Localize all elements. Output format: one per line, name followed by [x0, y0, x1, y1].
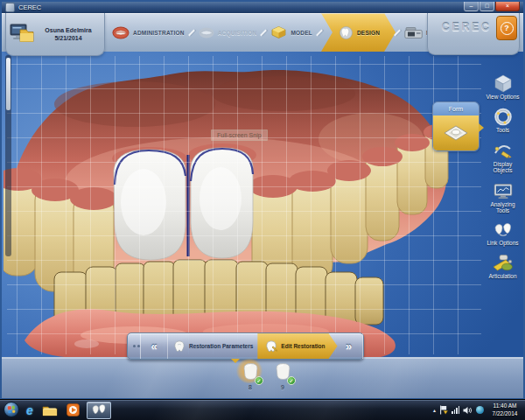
analyzing-tools-monitor-icon [493, 182, 514, 200]
sidebar-item-label: Display Objects [483, 161, 522, 174]
tab-label: DESIGN [357, 30, 380, 36]
view-options-cube-icon [493, 74, 514, 93]
cerec-brand-logo: CEREC [442, 21, 492, 33]
tab-design[interactable]: DESIGN [321, 13, 396, 52]
desktop: CEREC – □ × Osuna Edelmira 5/21/2014 [0, 0, 525, 420]
check-badge-icon: ✓ [255, 376, 263, 385]
close-button[interactable]: × [495, 2, 520, 11]
articulation-articulator-icon [492, 254, 514, 272]
wizard-bar: « Restoration Parameters Edit Restoratio… [127, 332, 364, 360]
step-restoration-parameters[interactable]: Restoration Parameters [168, 333, 257, 359]
title-bar[interactable]: CEREC – □ × [2, 2, 523, 13]
form-diamond-icon [444, 125, 468, 141]
tab-label: ADMINISTRATION [133, 30, 185, 36]
design-canvas[interactable]: Full-screen Snip Form [2, 52, 523, 398]
tray-expand-icon[interactable]: ▴ [433, 407, 436, 413]
system-tray: ▴ 11:40 AM 7/22/2014 [433, 400, 522, 420]
link-options-teeth-icon [493, 222, 514, 239]
sidebar-item-tools[interactable]: Tools [483, 108, 522, 133]
grip-dots-icon [133, 345, 136, 347]
step-label: Restoration Parameters [189, 343, 253, 349]
help-button[interactable]: ? [496, 16, 517, 40]
mill-icon [404, 26, 423, 39]
window-app-icon [5, 3, 15, 12]
wizard-grip-handle[interactable] [128, 333, 141, 359]
form-tool-button[interactable] [433, 116, 479, 150]
restoration-parameters-tooth-icon [172, 340, 186, 354]
folder-icon [42, 404, 58, 416]
minimize-button[interactable]: – [464, 2, 479, 11]
dental-model-3d[interactable] [4, 52, 476, 363]
zoom-slider-thumb[interactable] [6, 58, 10, 110]
display-objects-pen-icon [493, 142, 514, 160]
form-tool-panel[interactable]: Form [432, 102, 480, 151]
sidebar-item-articulation[interactable]: Articulation [483, 254, 522, 279]
tools-ring-icon [493, 108, 514, 126]
previous-step-button[interactable]: « [141, 333, 168, 359]
tab-administration[interactable]: ADMINISTRATION [107, 13, 190, 52]
step-edit-restoration[interactable]: Edit Restoration [257, 333, 337, 359]
windows-flag-icon [8, 406, 16, 414]
sidebar-item-label: Link Options [486, 240, 518, 246]
model-icon [270, 25, 287, 39]
taskbar-clock[interactable]: 11:40 AM 7/22/2014 [487, 402, 522, 418]
design-icon [339, 25, 354, 39]
next-step-button[interactable]: » [336, 333, 363, 359]
cerec-window: CEREC – □ × Osuna Edelmira 5/21/2014 [0, 0, 525, 400]
tab-label: MODEL [290, 30, 312, 36]
action-center-flag-icon[interactable] [439, 405, 448, 415]
restoration-tooth-8[interactable]: ✓ 8 [239, 361, 262, 390]
patient-info: Osuna Edelmira 5/21/2014 [35, 26, 102, 43]
sidebar-item-analyzing-tools[interactable]: Analyzing Tools [483, 182, 522, 214]
patient-database-icon [9, 22, 35, 46]
clock-date: 7/22/2014 [487, 410, 522, 418]
patient-date: 5/21/2014 [35, 34, 102, 42]
speaker-icon[interactable] [463, 406, 472, 415]
step-label: Edit Restoration [281, 343, 325, 349]
tab-label: ACQUISITION [218, 30, 257, 36]
media-player-button[interactable] [65, 402, 81, 419]
tray-app-icon[interactable] [476, 406, 484, 414]
snip-tooltip: Full-screen Snip [211, 130, 268, 141]
sidebar-item-label: Articulation [488, 273, 516, 279]
internet-explorer-button[interactable]: e [24, 402, 35, 419]
cerec-taskbar-button[interactable] [87, 402, 111, 419]
internet-explorer-icon: e [26, 403, 33, 417]
taskbar: e [0, 399, 525, 420]
tool-sidebar: View Options Tools [482, 52, 523, 358]
sidebar-item-label: View Options [486, 94, 519, 100]
tooth-number: 8 [248, 384, 252, 390]
edit-restoration-tooth-icon [264, 340, 278, 354]
sidebar-item-view-options[interactable]: View Options [483, 74, 522, 100]
check-badge-icon: ✓ [287, 376, 296, 385]
workflow-tabs: ADMINISTRATION ACQUISITION MODEL [107, 13, 425, 52]
form-panel-title: Form [433, 102, 479, 116]
media-player-icon [66, 403, 80, 416]
question-mark-icon: ? [500, 22, 514, 35]
tab-model[interactable]: MODEL [265, 13, 317, 52]
taskbar-icons: e [24, 400, 111, 420]
sidebar-item-link-options[interactable]: Link Options [483, 222, 522, 246]
window-controls: – □ × [464, 2, 520, 11]
tab-acquisition: ACQUISITION [193, 13, 262, 52]
sidebar-item-display-objects[interactable]: Display Objects [483, 142, 522, 174]
patient-name: Osuna Edelmira [35, 26, 102, 34]
patient-tab[interactable]: Osuna Edelmira 5/21/2014 [5, 13, 105, 56]
network-icon[interactable] [452, 406, 459, 414]
tooth-number: 9 [281, 384, 284, 390]
file-explorer-button[interactable] [40, 402, 60, 419]
cerec-app-icon [91, 404, 107, 416]
maximize-button[interactable]: □ [480, 2, 494, 11]
sidebar-item-label: Tools [496, 127, 509, 133]
restoration-list: ✓ 8 ✓ 9 [239, 361, 294, 390]
restoration-tooth-9[interactable]: ✓ 9 [271, 361, 294, 390]
acquisition-icon [199, 27, 214, 38]
zoom-slider[interactable] [5, 55, 11, 256]
sidebar-item-label: Analyzing Tools [483, 201, 522, 214]
window-title: CEREC [18, 4, 41, 11]
administration-icon [112, 26, 130, 39]
clock-time: 11:40 AM [487, 402, 522, 410]
start-button[interactable] [4, 402, 19, 417]
